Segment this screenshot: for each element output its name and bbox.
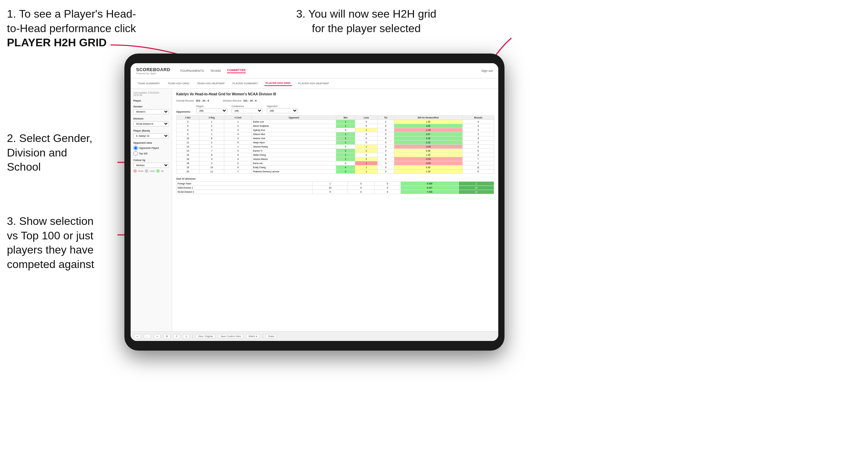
nav-items: TOURNAMENTS TEAMS COMMITTEE — [180, 68, 474, 73]
sidebar-player-rank-select[interactable]: 8. Katelyn Vo — [133, 133, 169, 139]
main-content: Last Updated: 27/03/202416:55:38 Player … — [131, 89, 498, 331]
nav-bar: SCOREBOARD Powered by clippd TOURNAMENTS… — [131, 63, 498, 78]
toolbar-refresh[interactable]: ↺ — [173, 334, 180, 339]
filter-region-select[interactable]: (All) — [196, 108, 227, 113]
filter-conference: Conference (All) — [232, 105, 263, 113]
logo-sub: Powered by clippd — [136, 72, 170, 75]
table-row: 1311Jessica Huang010-3.002 — [177, 145, 494, 149]
toolbar-share[interactable]: Share — [266, 334, 277, 339]
toolbar: ↩ ← ↪ ⊞ ↺ ◷ View: Original Save Custom V… — [131, 331, 498, 341]
instruction-line2: to-Head performance click — [7, 22, 136, 35]
toolbar-view-original[interactable]: View: Original — [196, 334, 215, 339]
table-row: 20117Federica Domecq Lacroze2101.336 — [177, 170, 494, 174]
out-of-division-row: NAIA Division 115009.26730 — [177, 186, 494, 190]
table-row: 1634Jessica Mason120-0.947 — [177, 157, 494, 161]
sidebar-colour-label: Colour by — [133, 159, 169, 162]
sidebar-gender-label: Gender — [133, 105, 169, 108]
sidebar-opponent-view-label: Opponent view — [133, 141, 169, 144]
th-loss: Loss — [355, 116, 378, 120]
sub-nav-player-summary[interactable]: PLAYER SUMMARY — [231, 81, 260, 86]
table-row: 1125Heejo Hyun1003.333 — [177, 141, 494, 145]
grid-area: Katelyn Vo Head-to-Head Grid for Women's… — [172, 89, 498, 331]
sub-nav-team-h2h-heatmap[interactable]: TEAM H2H HEATMAP — [196, 81, 226, 86]
sidebar-radio-top100[interactable]: Top 100 — [133, 151, 169, 156]
instruction-mid-line2: Division and — [7, 146, 67, 159]
instruction-line1: 1. To see a Player's Head- — [7, 8, 136, 20]
toolbar-redo[interactable]: ↪ — [154, 334, 161, 339]
table-row: 633Sydney Kuo010-1.003 — [177, 128, 494, 132]
out-of-division-row: Foreign Team1004.5002 — [177, 182, 494, 186]
toolbar-sep1 — [192, 334, 193, 339]
division-record: Division Record: 331 - 34 - 6 — [223, 97, 256, 103]
toolbar-undo[interactable]: ↩ — [134, 334, 141, 339]
sidebar-player-label: Player — [133, 99, 169, 102]
colour-down-label: Down — [138, 170, 143, 172]
toolbar-clock[interactable]: ◷ — [183, 334, 190, 339]
th-win: Win — [336, 116, 355, 120]
sub-nav-player-h2h-grid[interactable]: PLAYER H2H GRID — [264, 81, 292, 86]
instruction-mid-line3: School — [7, 161, 41, 173]
instruction-bottom-line4: competed against — [7, 258, 94, 270]
instruction-mid-line1: 2. Select Gender, — [7, 132, 92, 144]
th-reg: # Reg — [199, 116, 224, 120]
th-opponent: Opponent — [252, 116, 336, 120]
sidebar-gender-select[interactable]: Women's Men's — [133, 109, 169, 114]
instruction-top-right-text: 3. You will now see H2H gridfor the play… — [296, 8, 436, 35]
colour-level-dot — [145, 169, 148, 173]
table-row: 1822Euna Lee010-5.002 — [177, 161, 494, 165]
colour-up-label: Up — [161, 170, 164, 172]
instruction-bottom-line1: 3. Show selection — [7, 215, 94, 227]
th-conf: # Conf — [224, 116, 252, 120]
instruction-top-left: 1. To see a Player's Head- to-Head perfo… — [7, 7, 138, 50]
sidebar-player-rank-label: Player (Rank) — [133, 129, 169, 132]
sub-nav-team-h2h-grid[interactable]: TEAM H2H GRID — [166, 81, 191, 86]
th-rounds: Rounds — [462, 116, 494, 120]
sidebar-colour-row: Down Level Up — [133, 169, 169, 173]
colour-level-label: Level — [150, 170, 154, 172]
filters-row: Opponents: Region (All) Conference (All) — [176, 105, 494, 113]
th-div: # Div — [177, 116, 199, 120]
nav-committee[interactable]: COMMITTEE — [227, 68, 246, 73]
toolbar-save-custom[interactable]: Save Custom View — [218, 334, 243, 339]
instruction-bold: PLAYER H2H GRID — [7, 36, 107, 49]
sidebar-division-select[interactable]: NCAA Division III — [133, 121, 169, 126]
logo-area: SCOREBOARD Powered by clippd — [136, 67, 170, 75]
sub-nav-team-summary[interactable]: TEAM SUMMARY — [136, 81, 161, 86]
instruction-mid-left: 2. Select Gender, Division and School — [7, 131, 124, 174]
out-of-division-row: NCAA Division 25007.40010 — [177, 190, 494, 194]
opponents-filter-label: Opponents: — [176, 110, 191, 113]
grid-records: Overall Record: 353 - 34 - 6 Division Re… — [176, 97, 494, 103]
sidebar-radio-group: Opponents Played Top 100 — [133, 146, 169, 156]
table-row: 1474Eunice Yi2200.389 — [177, 149, 494, 153]
colour-down-dot — [133, 169, 137, 173]
sub-nav: TEAM SUMMARY TEAM H2H GRID TEAM H2H HEAT… — [131, 78, 498, 89]
sidebar-date: Last Updated: 27/03/202416:55:38 — [133, 92, 169, 96]
filter-opponent-select[interactable]: (All) — [267, 108, 298, 113]
table-row: 914Sharon Mun1003.673 — [177, 132, 494, 136]
table-row: 522Alexis Sudjianto1004.003 — [177, 124, 494, 128]
instruction-bottom-line3: players they have — [7, 244, 94, 256]
filter-conference-select[interactable]: (All) — [232, 108, 263, 113]
sidebar-division-label: Division — [133, 117, 169, 120]
th-diff: Diff Av Strokes/Rnd — [394, 116, 462, 120]
nav-tournaments[interactable]: TOURNAMENTS — [180, 69, 204, 73]
table-row: 1585Stella Cheng1001.254 — [177, 153, 494, 157]
nav-teams[interactable]: TEAMS — [210, 69, 221, 73]
overall-record: Overall Record: 353 - 34 - 6 — [176, 97, 209, 103]
th-tie: Tie — [378, 116, 394, 120]
logo-text: SCOREBOARD — [136, 67, 170, 72]
sidebar-player-section: Player — [133, 99, 169, 102]
sidebar-gender-section: Gender Women's Men's — [133, 105, 169, 114]
sidebar-colour-select[interactable]: Win/loss — [133, 163, 169, 168]
nav-sign-out[interactable]: Sign out — [481, 69, 493, 73]
sidebar-radio-opponents[interactable]: Opponents Played — [133, 146, 169, 150]
sub-nav-player-h2h-heatmap[interactable]: PLAYER H2H HEATMAP — [297, 81, 331, 86]
toolbar-watch[interactable]: Watch ▾ — [246, 334, 260, 339]
instruction-bottom-line2: vs Top 100 or just — [7, 229, 93, 242]
toolbar-back[interactable]: ← — [144, 334, 151, 339]
tablet-screen: SCOREBOARD Powered by clippd TOURNAMENTS… — [131, 63, 498, 341]
tablet: SCOREBOARD Powered by clippd TOURNAMENTS… — [124, 54, 504, 351]
toolbar-grid[interactable]: ⊞ — [163, 334, 170, 339]
colour-up-dot — [156, 169, 160, 173]
table-row: 311Esther Lee1011.504 — [177, 120, 494, 124]
